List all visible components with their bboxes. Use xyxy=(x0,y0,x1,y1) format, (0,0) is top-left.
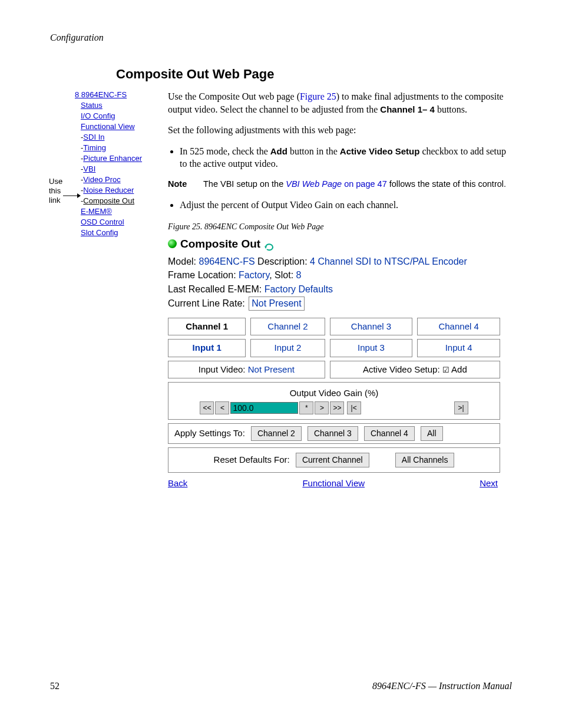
nav-slot-config[interactable]: Slot Config xyxy=(81,228,168,238)
tab-input-1[interactable]: Input 1 xyxy=(168,339,246,357)
gain-dec-button[interactable]: < xyxy=(215,401,229,414)
svg-marker-2 xyxy=(265,246,267,249)
doc-title-footer: 8964ENC/-FS — Instruction Manual xyxy=(372,681,512,691)
intro-paragraph: Use the Composite Out web page (Figure 2… xyxy=(168,90,512,116)
sidebar-nav: Use this link 8 8964ENC-FS Status I/O Co… xyxy=(50,90,168,238)
add-checkbox[interactable]: ☑ xyxy=(442,365,449,374)
figure-ref-link[interactable]: Figure 25 xyxy=(300,91,336,101)
tab-channel-4[interactable]: Channel 4 xyxy=(417,318,500,335)
nav-sdi-in[interactable]: SDI In xyxy=(81,132,168,143)
back-link[interactable]: Back xyxy=(168,477,187,489)
frame-line: Frame Location: Factory, Slot: 8 xyxy=(168,269,512,282)
functional-view-link[interactable]: Functional View xyxy=(302,477,365,489)
gain-max-button[interactable]: >| xyxy=(454,401,468,414)
nav-noise-reducer[interactable]: Noise Reducer xyxy=(81,185,168,196)
input-video-cell: Input Video: Not Present xyxy=(168,361,325,378)
vbi-page-link[interactable]: VBI Web Page on page 47 xyxy=(286,179,386,189)
nav-status[interactable]: Status xyxy=(81,100,168,111)
gain-reset-button[interactable]: * xyxy=(299,401,313,414)
instructions-paragraph: Set the following adjustments with this … xyxy=(168,124,512,137)
webpage-heading: Composite Out xyxy=(180,236,260,252)
nav-composite-out[interactable]: Composite Out xyxy=(81,196,168,206)
nav-vbi[interactable]: VBI xyxy=(81,164,168,174)
line-rate-line: Current Line Rate: Not Present xyxy=(168,297,512,311)
tab-channel-1[interactable]: Channel 1 xyxy=(168,318,246,335)
use-this-link-label: Use this link xyxy=(49,177,62,205)
gain-min-button[interactable]: |< xyxy=(347,401,361,414)
section-header: Configuration xyxy=(50,32,512,43)
nav-root[interactable]: 8 8964ENC-FS xyxy=(75,90,168,99)
refresh-icon[interactable] xyxy=(264,240,275,248)
gain-value-input[interactable]: 100.0 xyxy=(230,402,298,414)
figure-caption: Figure 25. 8964ENC Composite Out Web Pag… xyxy=(168,222,512,233)
emem-line: Last Recalled E-MEM: Factory Defaults xyxy=(168,283,512,296)
tab-input-2[interactable]: Input 2 xyxy=(250,339,325,357)
web-page-screenshot: Composite Out Model: 8964ENC-FS Descript… xyxy=(168,236,512,489)
gain-fast-inc-button[interactable]: >> xyxy=(330,401,344,414)
page-number: 52 xyxy=(50,681,59,691)
model-line: Model: 8964ENC-FS Description: 4 Channel… xyxy=(168,255,512,268)
bullet-1: In 525 mode, check the Add button in the… xyxy=(180,145,512,170)
reset-current-button[interactable]: Current Channel xyxy=(296,453,369,467)
status-led-icon xyxy=(168,239,177,248)
nav-video-proc[interactable]: Video Proc xyxy=(81,174,168,185)
svg-marker-1 xyxy=(77,193,81,198)
gain-inc-button[interactable]: > xyxy=(315,401,329,414)
reset-all-button[interactable]: All Channels xyxy=(395,453,455,467)
output-video-gain-cell: Output Video Gain (%) << < 100.0 * > >> … xyxy=(168,382,500,420)
nav-picture-enhancer[interactable]: Picture Enhancer xyxy=(81,153,168,164)
nav-functional-view[interactable]: Functional View xyxy=(81,121,168,132)
next-link[interactable]: Next xyxy=(480,477,498,489)
nav-osd-control[interactable]: OSD Control xyxy=(81,217,168,228)
apply-ch2-button[interactable]: Channel 2 xyxy=(251,426,302,441)
tab-channel-2[interactable]: Channel 2 xyxy=(250,318,325,335)
nav-timing[interactable]: Timing xyxy=(81,143,168,153)
bullet-2: Adjust the percent of Output Video Gain … xyxy=(180,199,512,212)
apply-ch3-button[interactable]: Channel 3 xyxy=(308,426,358,441)
tab-input-4[interactable]: Input 4 xyxy=(417,339,500,357)
tab-channel-3[interactable]: Channel 3 xyxy=(330,318,413,335)
gain-fast-dec-button[interactable]: << xyxy=(200,401,214,414)
note-block: Note The VBI setup on the VBI Web Page o… xyxy=(168,179,512,190)
tab-input-3[interactable]: Input 3 xyxy=(330,339,413,357)
apply-ch4-button[interactable]: Channel 4 xyxy=(364,426,415,441)
apply-settings-cell: Apply Settings To: Channel 2 Channel 3 C… xyxy=(168,423,500,444)
nav-emem[interactable]: E-MEM® xyxy=(81,206,168,217)
active-video-setup-cell: Active Video Setup: ☑ Add xyxy=(330,361,500,378)
page-title: Composite Out Web Page xyxy=(116,67,512,82)
reset-defaults-cell: Reset Defaults For: Current Channel All … xyxy=(168,447,500,473)
pointer-arrow-icon xyxy=(63,192,81,199)
nav-io-config[interactable]: I/O Config xyxy=(81,111,168,121)
apply-all-button[interactable]: All xyxy=(421,426,443,441)
